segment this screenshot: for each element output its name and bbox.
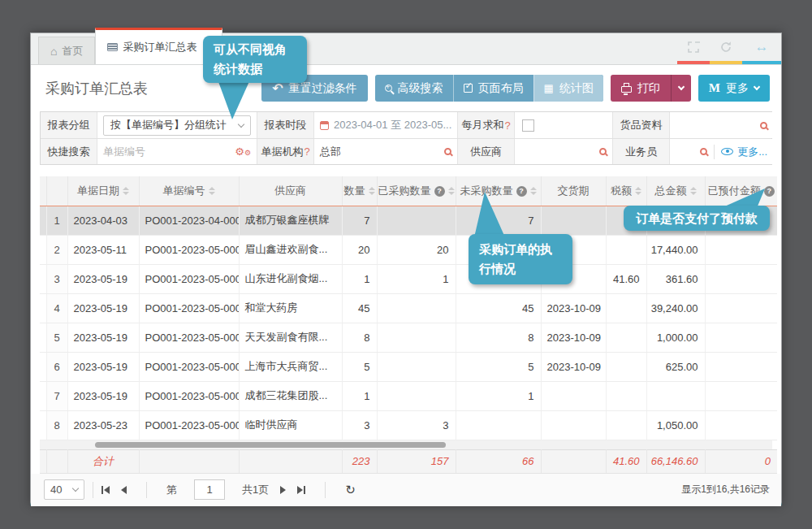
table-row[interactable]: 2 2023-05-11 PO001-2023-05-00001 眉山鑫进欢副食… (40, 235, 777, 264)
page-layout-button[interactable]: 页面布局 (453, 75, 533, 102)
print-dropdown-button[interactable] (671, 75, 691, 102)
cell-delivery (541, 410, 606, 440)
cell-supplier: 眉山鑫进欢副食... (239, 235, 342, 264)
callout-grouping-tip: 可从不同视角 统计数据 (203, 36, 307, 83)
header-purchased[interactable]: 已采购数量? (377, 176, 456, 206)
cell-date: 2023-05-19 (67, 352, 139, 381)
prev-page-button[interactable] (121, 486, 127, 494)
cell-doc-no: PO001-2023-05-00004 (139, 323, 239, 352)
cell-purchased: 20 (377, 235, 456, 264)
help-icon[interactable]: ? (434, 186, 445, 197)
fullscreen-button[interactable] (677, 33, 710, 64)
supplier-field[interactable] (515, 139, 613, 164)
quick-search-field[interactable]: 单据编号 ⚙⚙ (97, 139, 257, 164)
salesman-label: 业务员 (613, 139, 670, 164)
sort-icon[interactable] (448, 187, 455, 195)
cell-amount: 361.60 (646, 264, 705, 293)
org-field[interactable]: 总部 (314, 139, 458, 164)
grid-icon: ▦ (544, 83, 554, 93)
row-number: 1 (46, 206, 67, 235)
divider (714, 145, 715, 159)
cell-date: 2023-05-11 (67, 235, 139, 264)
header-row: 单据日期 单据编号 供应商 数量 已采购数量? 未采购数量? 交货期 税额 总金… (40, 176, 777, 206)
cell-date: 2023-05-19 (67, 323, 139, 352)
sort-icon[interactable] (369, 187, 375, 195)
table-row[interactable]: 4 2023-05-19 PO001-2023-05-00003 和堂大药房 4… (40, 293, 777, 323)
report-list-icon (107, 43, 118, 51)
header-date[interactable]: 单据日期 (67, 176, 139, 206)
cell-tax (606, 410, 646, 440)
supplier-label: 供应商 (458, 139, 515, 164)
divider (325, 482, 326, 498)
quick-search-label: 快捷搜索 (41, 139, 97, 164)
header-doc-no[interactable]: 单据编号 (139, 176, 239, 206)
monthly-sum-checkbox[interactable] (522, 119, 534, 132)
cell-date: 2023-05-19 (67, 381, 139, 410)
monthly-sum-cell (515, 112, 613, 138)
resize-width-button[interactable]: ↔ (742, 33, 781, 64)
search-icon[interactable] (444, 148, 451, 155)
header-supplier[interactable]: 供应商 (239, 176, 342, 206)
row-number: 2 (46, 235, 67, 264)
help-icon[interactable]: ? (516, 186, 527, 197)
cell-unpurchased (456, 410, 541, 440)
table-row[interactable]: 7 2023-05-19 PO001-2023-05-00006 成都三花集团股… (40, 381, 777, 410)
sort-icon[interactable] (635, 187, 641, 195)
header-delivery[interactable]: 交货期 (541, 176, 606, 206)
org-label: 单据机构? (257, 139, 314, 164)
cell-prepaid (705, 235, 777, 264)
print-button[interactable]: 打印 (611, 75, 671, 102)
scrollbar-thumb[interactable] (95, 442, 446, 448)
search-icon[interactable] (599, 148, 607, 155)
advanced-search-button[interactable]: 高级搜索 (375, 75, 453, 102)
next-page-button[interactable] (280, 486, 286, 494)
sort-icon[interactable] (530, 187, 537, 195)
cell-supplier: 临时供应商 (239, 410, 342, 440)
cell-delivery: 2023-10-09 (541, 323, 606, 352)
reload-icon[interactable]: ↻ (345, 483, 356, 497)
tab-bar: ⌂ 首页 采购订单汇总表 × ↔ (31, 33, 781, 65)
last-page-button[interactable] (297, 486, 305, 494)
sort-icon[interactable] (123, 187, 129, 195)
cell-unpurchased: 8 (456, 323, 541, 352)
app-window: ⌂ 首页 采购订单汇总表 × ↔ 采购订单汇总表 ↶ 重置过滤条件 (30, 33, 782, 505)
header-amount[interactable]: 总金额 (646, 176, 705, 206)
cell-doc-no: PO001-2023-05-00005 (139, 352, 239, 381)
header-qty[interactable]: 数量 (342, 176, 377, 206)
table-row[interactable]: 5 2023-05-19 PO001-2023-05-00004 天天发副食有限… (40, 323, 777, 352)
cell-doc-no: PO001-2023-05-00001 (139, 235, 239, 264)
header-tax[interactable]: 税额 (606, 176, 646, 206)
cell-delivery (541, 381, 606, 410)
cell-qty: 7 (342, 206, 377, 235)
goods-field[interactable] (670, 112, 773, 138)
more-filters-link[interactable]: 更多... (737, 145, 767, 159)
first-page-button[interactable] (102, 486, 110, 494)
refresh-tab-button[interactable] (710, 33, 742, 64)
eye-icon[interactable] (721, 148, 733, 155)
table-row[interactable]: 8 2023-05-23 PO001-2023-05-00007 临时供应商 3… (40, 410, 777, 440)
page-size-select[interactable]: 40 (44, 479, 84, 500)
page-number-input[interactable]: 1 (194, 479, 225, 500)
total-tax: 41.60 (606, 449, 646, 473)
tab-home[interactable]: ⌂ 首页 (38, 37, 95, 64)
divider (146, 482, 147, 498)
period-field[interactable]: 2023-04-01 至 2023-05... (314, 112, 458, 138)
page-total: 共1页 (242, 483, 269, 497)
sort-icon[interactable] (209, 187, 215, 195)
cell-purchased (377, 323, 456, 352)
toolbar: 采购订单汇总表 ↶ 重置过滤条件 高级搜索 页面布局 ▦ 统计图 (31, 65, 781, 111)
more-button[interactable]: M 更多 (698, 75, 770, 102)
sort-icon[interactable] (690, 187, 697, 195)
chart-view-button[interactable]: ▦ 统计图 (533, 75, 603, 102)
help-question-mark: ? (504, 119, 510, 132)
total-row: 合计 223 157 66 41.60 66,146.60 0 (40, 449, 777, 474)
search-icon[interactable] (760, 122, 767, 129)
pagination-bar: 40 第 1 共1页 ↻ 显示1到16,共16记录 (31, 474, 781, 506)
cell-unpurchased: 5 (456, 352, 541, 381)
search-icon[interactable] (700, 148, 707, 155)
cell-date: 2023-04-03 (67, 206, 139, 235)
table-row[interactable]: 3 2023-05-19 PO001-2023-05-00002 山东进化副食烟… (40, 264, 777, 293)
table-row[interactable]: 6 2023-05-19 PO001-2023-05-00005 上海市大兵商贸… (40, 352, 777, 381)
gear-icon[interactable]: ⚙⚙ (235, 146, 251, 157)
cell-amount (646, 381, 705, 410)
